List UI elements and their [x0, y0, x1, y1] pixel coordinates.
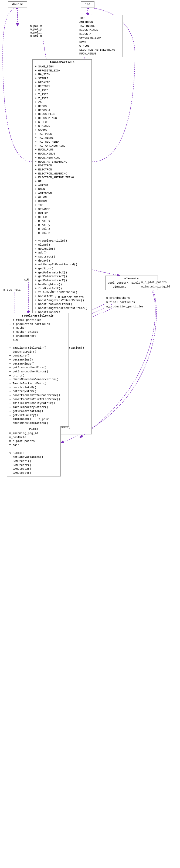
tp-item: + BOTTOM	[35, 211, 89, 215]
tpp-method: + checkMomentumConservation()	[9, 377, 66, 381]
m-pol-z: m_pol_z	[30, 31, 42, 34]
m-pol-n: m_pol_n	[30, 34, 42, 37]
tpp-field: - m_mother_exists	[9, 330, 66, 334]
tp-method: + boostFromRestFrame()	[35, 302, 89, 306]
m-incoming-pdg-id-label: m_incoming_pdg_id	[140, 285, 171, 288]
tpp-method: - TauolaParticlePair()	[9, 381, 66, 385]
tp-method: + getPolarmetricZ()	[35, 279, 89, 283]
top-list-item: HIGGS_MINUS	[79, 28, 120, 32]
tp-method: + subtract()	[35, 255, 89, 259]
plots-method: + SANCtest3()	[9, 467, 58, 471]
page-container: double int TOP ANTIDOWN TAU_MINUS HIGGS_…	[0, 0, 180, 868]
tp-item: + DOWN	[35, 187, 89, 191]
tp-item: + ANTIDOWN	[35, 191, 89, 195]
elements-bool: bool	[108, 281, 114, 285]
int-box: int	[81, 1, 94, 8]
tpp-method: - decayTauPair()	[9, 350, 66, 354]
tp-item: + ANTIUP	[35, 184, 89, 188]
tp-method: + getPolarmetricX()	[35, 271, 89, 275]
tp-item: + MUON_MINUS	[35, 152, 89, 156]
tpp-method: + getTauMinus()	[9, 362, 66, 366]
m-pol-y: m_pol_y	[30, 28, 42, 31]
tp-method: + decay()	[35, 259, 89, 263]
tp-method: + getPolarmetricY()	[35, 275, 89, 279]
int-label: int	[85, 3, 90, 6]
tp-method: + getAngle()	[35, 247, 89, 251]
tpp-method: - recalculateR()	[9, 385, 66, 390]
tp-item: + GLUON	[35, 195, 89, 199]
elements-title: elements	[108, 277, 155, 280]
tp-item: + POSITRON	[35, 164, 89, 168]
tp-method: + hasDaughters()	[35, 283, 89, 287]
plots-method: + SANCtest4()	[9, 471, 58, 475]
tp-item: + HIGGS_PLUS	[35, 112, 89, 116]
tp-item: + STRANGE	[35, 207, 89, 211]
tpp-field: - m_R	[9, 338, 66, 342]
tauola-particle-title: TauolaParticle	[35, 61, 89, 64]
tpp-separator	[9, 342, 66, 346]
tpp-method: - initializeDensityMatrix()	[9, 401, 66, 405]
tp-item: + UP	[35, 180, 89, 184]
tp-item: + HISTORY	[35, 84, 89, 88]
m-grandmothers-label: m_grandmothers	[105, 296, 130, 300]
top-list-item: TOP	[79, 16, 120, 20]
top-list-item: ANTIDOWN	[79, 20, 120, 24]
tauola-particle-pair-box: TauolaParticlePair - m_final_particles -…	[7, 313, 69, 427]
tp-item: + ELECTRON_NEUTRINO	[35, 172, 89, 176]
tpp-method: + print()	[9, 374, 66, 378]
f-pair-label: f_pair	[38, 417, 50, 421]
tp-item: + HIGGS_MINUS	[35, 116, 89, 120]
tp-method: + ~TauolaParticle()	[35, 239, 89, 243]
tp-item: + DECAYED	[35, 81, 89, 85]
plots-method: + SANCtest1()	[9, 459, 58, 463]
tpp-method: - getVirtuality()	[9, 413, 66, 417]
top-list-item: TAU_MINUS	[79, 24, 120, 28]
tp-item: - m_pol_y	[35, 223, 89, 227]
tp-item: + Z_AXIS	[35, 96, 89, 100]
tp-method: + add()	[35, 251, 89, 255]
top-list-item: W_PLUS	[79, 44, 120, 48]
top-list-item: MUON_MINUS	[79, 52, 120, 56]
plots-field: f_pair	[9, 443, 58, 447]
m-n-plot-points-label: m_n_plot_points	[140, 280, 168, 284]
tp-item: + Zo	[35, 100, 89, 104]
m-mother-label: m_mother	[42, 290, 57, 293]
tp-item: + W_MINUS	[35, 124, 89, 128]
plots-title: Plots	[9, 427, 58, 431]
plots-field: m_cosTheta	[9, 435, 58, 439]
tp-item: - m_pol_z	[35, 227, 89, 231]
tp-item: + TAU_ANTINEUTRINO	[35, 144, 89, 148]
tp-item: + NA_SIGN	[35, 72, 89, 76]
tpp-field: - m_final_particles	[9, 318, 66, 322]
tpp-method: - boostFromLabToTauPairFrame()	[9, 394, 66, 398]
tp-method: + clone()	[35, 243, 89, 247]
tpp-method: - boostFromTauPairToLabFrame()	[9, 398, 66, 402]
tpp-method: - makeTemporaryMother()	[9, 405, 66, 409]
svg-line-5	[92, 270, 119, 276]
tp-method: + boostDaughtersFromRestFrame()	[35, 306, 89, 310]
plots-separator	[9, 447, 58, 452]
tp-item: + TOP	[35, 203, 89, 207]
tpp-method: + getGrandmotherPlus()	[9, 366, 66, 370]
tpp-field: - m_mother	[9, 326, 66, 330]
tpp-field: - m_grandmothers	[9, 334, 66, 338]
tp-item: + GAMMA	[35, 128, 89, 132]
tp-method: + addDecayToEventRecord()	[35, 262, 89, 267]
tpp-field: - m_production_particles	[9, 322, 66, 326]
tpp-method: + TauolaParticlePair()	[9, 346, 66, 350]
m-r-label: m_R	[23, 278, 30, 281]
tp-item: + X_AXIS	[35, 88, 89, 92]
tp-item: + TAU_PLUS	[35, 132, 89, 136]
tauola-pair-title: TauolaParticlePair	[9, 314, 66, 317]
tp-item: + MUON_NEUTRINO	[35, 156, 89, 160]
m-production-particles-label: m_production_particles	[105, 305, 144, 308]
tp-item: + MUON_PLUS	[35, 148, 89, 152]
plots-box: Plots m_incoming_pdg_id m_cosTheta m_n_p…	[7, 426, 61, 476]
tp-item-charm: + CHARM	[35, 199, 89, 203]
plots-field: m_incoming_pdg_id	[9, 431, 58, 435]
tp-item: + HIGGS_A	[35, 108, 89, 113]
tp-item: - m_pol_n	[35, 231, 89, 235]
plots-method: < Plots()	[9, 451, 58, 455]
tp-item: + SAME_SIGN	[35, 65, 89, 69]
m-final-particles-label: m_final_particles	[105, 300, 136, 304]
